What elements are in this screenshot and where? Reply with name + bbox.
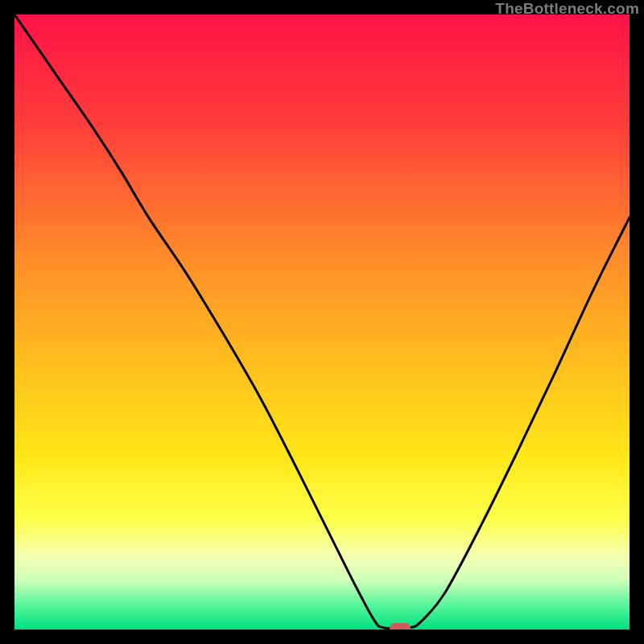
curve-layer <box>14 14 630 630</box>
bottleneck-curve <box>14 14 630 629</box>
plot-area <box>14 14 630 630</box>
optimal-marker <box>390 623 411 630</box>
watermark-text: TheBottleneck.com <box>495 0 639 18</box>
chart-stage: TheBottleneck.com <box>0 0 644 644</box>
